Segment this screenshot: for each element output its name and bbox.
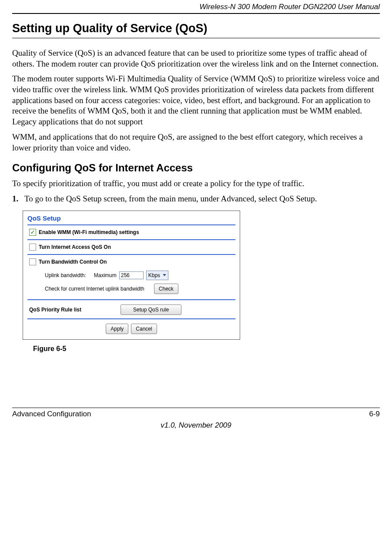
setup-qos-rule-button[interactable]: Setup QoS rule: [121, 304, 181, 315]
internet-qos-label: Turn Internet Access QoS On: [39, 244, 111, 250]
page-title: Setting up Quality of Service (QoS): [12, 22, 380, 35]
footer-page-number: 6-9: [369, 410, 380, 418]
uplink-unit-value: Kbps: [148, 272, 160, 278]
qos-setup-screenshot: QoS Setup ✓ Enable WMM (Wi-Fi multimedia…: [23, 211, 240, 340]
section-intro: To specify prioritization of traffic, yo…: [12, 178, 380, 189]
screenshot-title: QoS Setup: [27, 214, 235, 224]
figure-caption: Figure 6-5: [33, 345, 240, 353]
step-1: 1.To go to the QoS Setup screen, from th…: [12, 194, 380, 204]
intro-paragraph-1: Quality of Service (QoS) is an advanced …: [12, 48, 380, 69]
step-text: To go to the QoS Setup screen, from the …: [24, 194, 317, 203]
uplink-value-input[interactable]: [119, 271, 144, 279]
title-rule: [12, 38, 380, 38]
intro-paragraph-3: WMM, and applications that do not requir…: [12, 132, 380, 153]
check-button[interactable]: Check: [154, 284, 178, 294]
check-bandwidth-label: Check for current Internet uplink bandwi…: [45, 286, 144, 292]
chevron-down-icon: [163, 274, 166, 276]
running-header: Wireless-N 300 Modem Router DGN2200 User…: [12, 0, 380, 13]
header-rule: [12, 13, 380, 14]
step-number: 1.: [12, 194, 24, 204]
intro-paragraph-2: The modem router supports Wi-Fi Multimed…: [12, 74, 380, 127]
footer-version: v1.0, November 2009: [12, 418, 380, 430]
section-heading: Configuring QoS for Internet Access: [12, 162, 380, 174]
bandwidth-checkbox[interactable]: ✓: [29, 258, 36, 265]
footer-section: Advanced Configuration: [12, 410, 91, 418]
bandwidth-label: Turn Bandwidth Control On: [39, 259, 107, 265]
cancel-button[interactable]: Cancel: [131, 324, 157, 334]
uplink-bandwidth-label: Uplink bandwidth:: [45, 272, 86, 278]
wmm-label: Enable WMM (Wi-Fi multimedia) settings: [39, 229, 139, 235]
wmm-checkbox[interactable]: ✓: [29, 229, 36, 236]
internet-qos-checkbox[interactable]: ✓: [29, 244, 36, 251]
priority-rule-list-label: QoS Priority Rule list: [29, 307, 81, 313]
apply-button[interactable]: Apply: [106, 324, 128, 334]
uplink-maximum-label: Maximum: [94, 272, 117, 278]
uplink-unit-select[interactable]: Kbps: [146, 271, 168, 280]
